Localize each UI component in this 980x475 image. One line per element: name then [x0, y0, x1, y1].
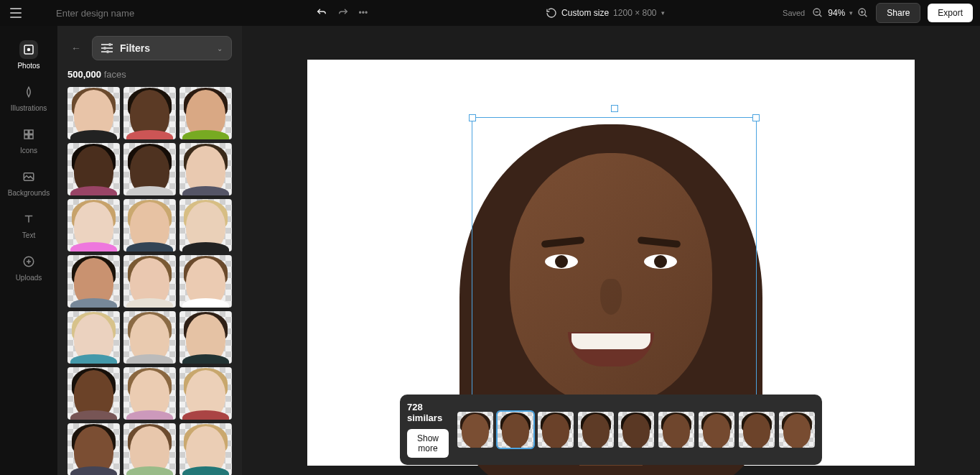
- menu-button[interactable]: [7, 4, 24, 22]
- saved-status: Saved: [783, 9, 805, 17]
- rotate-icon: [546, 7, 557, 19]
- filters-icon: [101, 44, 113, 52]
- photo-thumb[interactable]: [179, 87, 232, 139]
- resize-handle-tr[interactable]: [752, 114, 760, 121]
- share-button[interactable]: Share: [876, 3, 920, 23]
- rail-label: Photos: [17, 62, 39, 70]
- filters-button[interactable]: Filters ⌄: [92, 36, 232, 60]
- rail-label: Backgrounds: [8, 189, 50, 197]
- photo-thumb[interactable]: [67, 87, 120, 139]
- svg-line-6: [864, 14, 867, 17]
- rail-backgrounds[interactable]: Backgrounds: [0, 163, 57, 201]
- rail-uploads[interactable]: Uploads: [0, 248, 57, 286]
- backgrounds-icon: [19, 167, 38, 186]
- zoom-percent[interactable]: 94%: [828, 8, 845, 18]
- illustrations-icon: [19, 83, 38, 101]
- svg-rect-12: [29, 135, 33, 139]
- photo-thumb[interactable]: [179, 423, 232, 475]
- rail-label: Illustrations: [11, 104, 47, 112]
- similar-thumb[interactable]: [699, 412, 734, 448]
- photo-thumb[interactable]: [179, 143, 232, 195]
- photo-thumb[interactable]: [123, 311, 176, 364]
- back-button[interactable]: ←: [67, 42, 85, 54]
- zoom-out-button[interactable]: [812, 7, 823, 19]
- similar-thumb[interactable]: [457, 412, 493, 448]
- similar-thumb[interactable]: [779, 412, 815, 448]
- photo-thumb[interactable]: [179, 311, 232, 364]
- canvas-dimensions: 1200 × 800: [613, 8, 656, 18]
- rail-icons[interactable]: Icons: [0, 121, 57, 159]
- redo-button[interactable]: [337, 7, 348, 19]
- rotate-handle[interactable]: [611, 105, 618, 112]
- photo-thumb[interactable]: [179, 199, 232, 252]
- svg-point-8: [27, 48, 31, 52]
- rail-photos[interactable]: Photos: [0, 36, 57, 74]
- rail-label: Text: [22, 231, 35, 239]
- similar-thumb[interactable]: [658, 412, 694, 448]
- more-button[interactable]: •••: [358, 8, 368, 18]
- result-count: 500,000 faces: [67, 69, 232, 80]
- svg-rect-10: [29, 130, 33, 134]
- filters-label: Filters: [120, 42, 150, 54]
- similar-thumb[interactable]: [618, 412, 654, 448]
- similars-count: 728 similars: [407, 402, 449, 423]
- photo-thumb[interactable]: [123, 143, 176, 195]
- photo-thumb[interactable]: [67, 367, 120, 420]
- svg-rect-9: [24, 130, 28, 134]
- photo-thumb[interactable]: [67, 423, 120, 475]
- canvas-size-label: Custom size: [561, 8, 609, 18]
- chevron-down-icon: ▾: [849, 9, 853, 17]
- photo-thumb[interactable]: [179, 367, 232, 420]
- chevron-down-icon: ⌄: [217, 45, 223, 52]
- rail-label: Uploads: [16, 274, 42, 282]
- similar-thumb[interactable]: [498, 412, 533, 448]
- icons-icon: [19, 125, 38, 144]
- photo-thumb[interactable]: [179, 255, 232, 308]
- svg-rect-11: [24, 135, 28, 139]
- photo-thumb[interactable]: [123, 255, 176, 308]
- photos-icon: [19, 40, 38, 59]
- similars-bar: 728 similars Show more: [400, 395, 822, 465]
- resize-handle-tl[interactable]: [469, 114, 476, 121]
- design-name-input[interactable]: [56, 8, 200, 19]
- rail-illustrations[interactable]: Illustrations: [0, 78, 57, 116]
- photo-thumb[interactable]: [67, 199, 120, 252]
- similar-thumb[interactable]: [578, 412, 614, 448]
- canvas-size-control[interactable]: Custom size 1200 × 800 ▾: [546, 7, 664, 19]
- rail-label: Icons: [20, 147, 37, 155]
- photo-thumb[interactable]: [123, 87, 176, 139]
- photo-thumb[interactable]: [67, 255, 120, 308]
- photo-thumb[interactable]: [123, 423, 176, 475]
- svg-line-2: [819, 14, 821, 17]
- similar-thumb[interactable]: [538, 412, 574, 448]
- export-button[interactable]: Export: [928, 4, 973, 22]
- photo-thumb[interactable]: [123, 199, 176, 252]
- selection-box[interactable]: [472, 117, 757, 405]
- photo-thumb[interactable]: [67, 143, 120, 195]
- uploads-icon: [19, 252, 38, 271]
- show-more-button[interactable]: Show more: [407, 429, 449, 458]
- photo-thumb[interactable]: [123, 367, 176, 420]
- zoom-in-button[interactable]: [857, 7, 869, 19]
- text-icon: [19, 210, 38, 229]
- photo-thumb[interactable]: [67, 311, 120, 364]
- rail-text[interactable]: Text: [0, 206, 57, 244]
- undo-button[interactable]: [315, 7, 327, 19]
- similar-thumb[interactable]: [739, 412, 775, 448]
- chevron-down-icon: ▾: [661, 9, 665, 17]
